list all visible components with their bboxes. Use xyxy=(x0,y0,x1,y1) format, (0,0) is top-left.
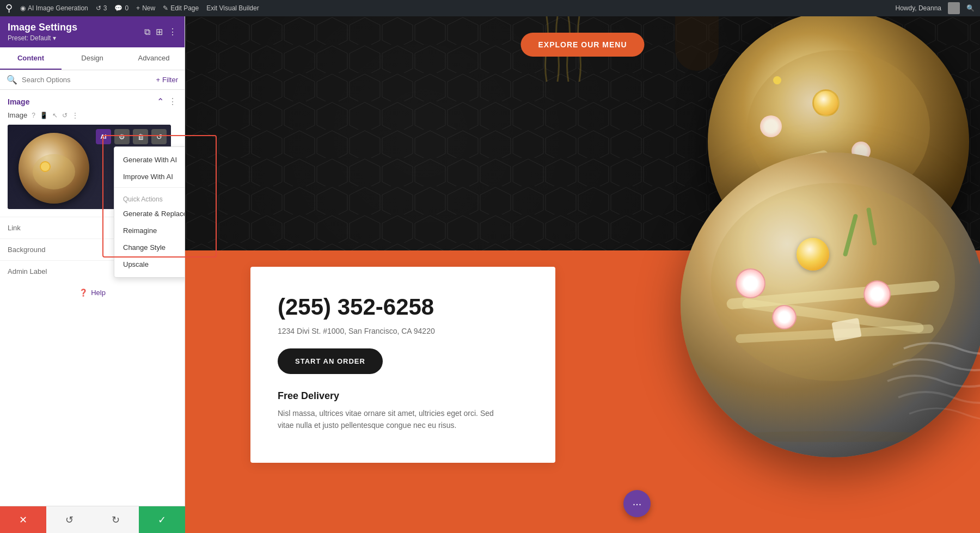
image-section-header: Image ⌃ ⋮ xyxy=(0,90,185,111)
reset-icon[interactable]: ↺ xyxy=(62,112,68,119)
start-order-button[interactable]: START AN ORDER xyxy=(278,348,383,374)
sidebar: Image Settings Preset: Default ▾ ⧉ ⊞ ⋮ C… xyxy=(0,16,185,506)
fab-button[interactable]: ··· xyxy=(623,490,651,517)
help-circle-icon: ❓ xyxy=(79,289,88,297)
ramen-bowl-thumbnail xyxy=(19,133,89,204)
new-link[interactable]: + New xyxy=(136,4,155,12)
wordpress-logo-icon[interactable]: ⚲ xyxy=(5,2,13,14)
explore-menu-button[interactable]: EXPLORE OUR MENU xyxy=(520,33,644,57)
ai-dropdown-menu: Generate With AI Improve With AI Quick A… xyxy=(114,146,185,278)
user-greeting: Howdy, Deanna xyxy=(896,4,942,12)
undo-button[interactable]: ↺ xyxy=(46,506,93,533)
user-avatar xyxy=(948,2,960,14)
tab-design[interactable]: Design xyxy=(62,47,123,70)
edit-page-link[interactable]: ✎ Edit Page xyxy=(163,4,199,12)
wave-decoration xyxy=(877,321,980,485)
undo-count[interactable]: ↺ 3 xyxy=(96,4,107,12)
help-icon[interactable]: ? xyxy=(32,112,35,119)
sidebar-preset[interactable]: Preset: Default ▾ xyxy=(8,34,77,42)
cursor-icon[interactable]: ↖ xyxy=(52,112,58,119)
image-section-title: Image xyxy=(8,97,29,106)
undo-toolbar-button[interactable]: ↺ xyxy=(151,129,167,144)
dropdown-divider xyxy=(114,187,185,188)
change-style-item[interactable]: Change Style ▶ xyxy=(114,239,185,256)
comments-count[interactable]: 💬 0 xyxy=(114,4,128,12)
search-icon: 🔍 xyxy=(7,75,17,85)
tab-content[interactable]: Content xyxy=(0,47,62,70)
top-bar: ⚲ ◉ AI Image Generation ↺ 3 💬 0 + New ✎ … xyxy=(0,0,980,16)
redo-button[interactable]: ↻ xyxy=(93,506,139,533)
filter-icon: + xyxy=(156,76,161,84)
top-bar-right: Howdy, Deanna 🔍 xyxy=(896,2,975,14)
pencil-icon: ✎ xyxy=(163,4,168,12)
tab-advanced[interactable]: Advanced xyxy=(123,47,185,70)
reimagine-item[interactable]: Reimagine xyxy=(114,222,185,239)
section-more-icon[interactable]: ⋮ xyxy=(168,96,177,107)
sidebar-content: Image ⌃ ⋮ Image ? 📱 ↖ ↺ ⋮ xyxy=(0,90,185,506)
comment-icon: 💬 xyxy=(114,4,122,12)
plus-icon: + xyxy=(136,4,140,12)
sidebar-search-bar: 🔍 + Filter xyxy=(0,70,185,90)
info-card: (255) 352-6258 1234 Divi St. #1000, San … xyxy=(250,267,555,463)
section-controls: ⌃ ⋮ xyxy=(157,96,177,107)
more-options-icon[interactable]: ⋮ xyxy=(168,27,177,37)
address-text: 1234 Divi St. #1000, San Francisco, CA 9… xyxy=(278,327,528,335)
main-content: EXPLORE OUR MENU (255) 352-62 xyxy=(185,16,980,533)
undo-icon: ↺ xyxy=(96,4,101,12)
search-icon[interactable]: 🔍 xyxy=(966,4,975,12)
phone-number: (255) 352-6258 xyxy=(278,294,528,320)
help-link[interactable]: ❓ Help xyxy=(0,282,185,303)
more-field-options-icon[interactable]: ⋮ xyxy=(72,112,78,119)
delivery-text: Nisl massa, ultrices vitae ornare sit am… xyxy=(278,407,495,432)
top-bar-left: ⚲ ◉ AI Image Generation ↺ 3 💬 0 + New ✎ … xyxy=(5,2,259,14)
ai-image-generation-link[interactable]: ◉ AI Image Generation xyxy=(20,4,88,12)
sidebar-tabs: Content Design Advanced xyxy=(0,47,185,70)
layout-icon[interactable]: ⊞ xyxy=(156,27,163,37)
bottom-bar: ✕ ↺ ↻ ✓ xyxy=(0,506,185,533)
image-preview-container: AI ⚙ 🗑 ↺ Generate With AI Improve With A… xyxy=(8,125,171,209)
save-button[interactable]: ✓ xyxy=(139,506,185,533)
ai-icon: ◉ xyxy=(20,4,26,12)
duplicate-icon[interactable]: ⧉ xyxy=(144,27,150,37)
quick-actions-label: Quick Actions xyxy=(114,190,185,205)
exit-visual-builder-link[interactable]: Exit Visual Builder xyxy=(206,4,259,12)
generate-with-ai-item[interactable]: Generate With AI xyxy=(114,151,185,168)
cancel-button[interactable]: ✕ xyxy=(0,506,46,533)
sidebar-title: Image Settings xyxy=(8,22,77,33)
sidebar-header: Image Settings Preset: Default ▾ ⧉ ⊞ ⋮ xyxy=(0,16,185,47)
settings-toolbar-button[interactable]: ⚙ xyxy=(114,129,130,144)
search-options-input[interactable] xyxy=(22,76,152,84)
image-toolbar: AI ⚙ 🗑 ↺ xyxy=(96,129,167,144)
person-silhouette xyxy=(675,16,719,71)
ai-toolbar-button[interactable]: AI xyxy=(96,129,111,144)
improve-with-ai-item[interactable]: Improve With AI xyxy=(114,168,185,185)
filter-button[interactable]: + Filter xyxy=(156,76,178,84)
delete-toolbar-button[interactable]: 🗑 xyxy=(133,129,148,144)
big-bowl-container xyxy=(681,152,980,468)
image-label-row: Image ? 📱 ↖ ↺ ⋮ xyxy=(0,111,185,125)
orange-section: (255) 352-6258 1234 Divi St. #1000, San … xyxy=(185,250,980,533)
collapse-icon[interactable]: ⌃ xyxy=(157,96,164,107)
generate-replace-item[interactable]: Generate & Replace xyxy=(114,205,185,222)
sidebar-header-icons: ⧉ ⊞ ⋮ xyxy=(144,27,177,37)
mobile-icon[interactable]: 📱 xyxy=(40,112,48,119)
upscale-item[interactable]: Upscale ▶ xyxy=(114,256,185,273)
image-field-label: Image xyxy=(8,111,27,119)
delivery-title: Free Delivery xyxy=(278,390,528,402)
